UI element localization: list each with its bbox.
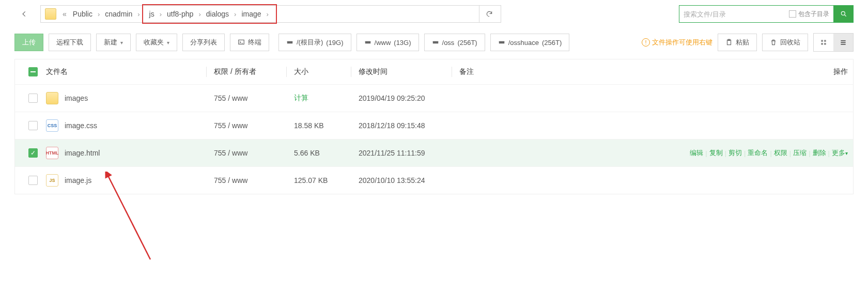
file-perm: 755 / www [214, 94, 286, 102]
svg-rect-14 [841, 44, 845, 45]
storage-tab-osshuace[interactable]: /osshuace (256T) [490, 34, 570, 51]
grid-icon [820, 39, 827, 46]
action-copy[interactable]: 复制 [709, 148, 723, 158]
address-bar[interactable]: « Public › cnadmin › js › utf8-php › dia… [40, 5, 501, 23]
action-delete[interactable]: 删除 [813, 148, 826, 158]
paste-label: 粘贴 [736, 38, 749, 47]
recycle-bin-button[interactable]: 回收站 [762, 34, 808, 51]
select-all-checkbox[interactable] [28, 67, 38, 76]
hint-text: 文件操作可使用右键 [652, 38, 712, 47]
breadcrumb-item[interactable]: js [146, 6, 158, 22]
row-actions: 编辑| 复制| 剪切| 重命名| 权限| 压缩| 删除| 更多▾ [662, 148, 848, 158]
col-note[interactable]: 备注 [459, 67, 662, 76]
action-rename[interactable]: 重命名 [748, 148, 768, 158]
svg-rect-12 [841, 40, 845, 41]
chevron-down-icon: ▾ [845, 150, 848, 156]
terminal-icon [238, 39, 245, 46]
breadcrumb-root-icon[interactable]: « [59, 10, 70, 18]
include-subdir-checkbox[interactable]: 包含子目录 [789, 10, 829, 19]
table-row[interactable]: CSS image.css 755 / www 18.58 KB 2018/12… [15, 112, 853, 139]
breadcrumb: « Public › cnadmin › js › utf8-php › dia… [59, 5, 479, 23]
chevron-right-icon: › [135, 10, 142, 18]
svg-rect-1 [239, 40, 244, 44]
col-time[interactable]: 修改时间 [359, 67, 452, 76]
file-time: 2020/10/10 13:55:24 [359, 176, 452, 184]
breadcrumb-item[interactable]: utf8-php [164, 6, 196, 22]
storage-size: (19G) [326, 39, 343, 47]
file-size: 5.66 KB [294, 149, 351, 157]
css-file-icon: CSS [46, 119, 58, 132]
row-checkbox[interactable] [28, 94, 38, 103]
breadcrumb-item[interactable]: cnadmin [102, 6, 135, 22]
row-checkbox[interactable]: ✓ [28, 148, 38, 158]
new-button[interactable]: 新建▾ [96, 34, 131, 51]
recycle-label: 回收站 [780, 38, 800, 47]
disk-icon [286, 39, 293, 46]
file-name[interactable]: images [65, 94, 88, 102]
svg-rect-2 [287, 41, 293, 44]
table-row[interactable]: images 755 / www 计算 2019/04/19 09:25:20 [15, 84, 853, 112]
storage-label: /osshuace [508, 39, 539, 47]
col-name[interactable]: 文件名 [46, 67, 206, 76]
col-perm[interactable]: 权限 / 所有者 [214, 67, 286, 76]
breadcrumb-item[interactable]: image [238, 6, 264, 22]
table-row[interactable]: ✓ HTML image.html 755 / www 5.66 KB 2021… [15, 139, 853, 166]
right-click-hint: ! 文件操作可使用右键 [642, 38, 712, 47]
upload-label: 上传 [22, 38, 36, 47]
svg-rect-11 [824, 43, 826, 45]
file-size: 18.58 KB [294, 121, 351, 130]
storage-tab-www[interactable]: /www (13G) [357, 34, 419, 51]
action-more[interactable]: 更多▾ [832, 148, 848, 158]
paste-button[interactable]: 粘贴 [718, 34, 757, 51]
view-mode-toggle [813, 33, 854, 52]
storage-label: /(根目录) [297, 38, 323, 47]
table-row[interactable]: JS image.js 755 / www 125.07 KB 2020/10/… [15, 166, 853, 194]
disk-icon [432, 39, 439, 46]
search-button[interactable] [834, 5, 854, 23]
list-view-button[interactable] [833, 34, 853, 51]
breadcrumb-item[interactable]: Public [70, 6, 96, 22]
share-list-button[interactable]: 分享列表 [182, 34, 225, 51]
action-cut[interactable]: 剪切 [729, 148, 742, 158]
storage-tab-oss[interactable]: /oss (256T) [424, 34, 485, 51]
action-edit[interactable]: 编辑 [690, 148, 703, 158]
refresh-button[interactable] [479, 5, 499, 23]
chevron-down-icon: ▾ [120, 40, 123, 45]
file-name[interactable]: image.html [65, 149, 100, 157]
storage-label: /oss [442, 39, 455, 47]
storage-tab-root[interactable]: /(根目录) (19G) [278, 34, 351, 51]
chevron-right-icon: › [196, 10, 203, 18]
favorites-button[interactable]: 收藏夹▾ [136, 34, 177, 51]
terminal-button[interactable]: 终端 [230, 34, 269, 51]
search-box[interactable]: 包含子目录 [679, 5, 834, 23]
file-perm: 755 / www [214, 121, 286, 130]
list-icon [840, 39, 847, 46]
calc-size-button[interactable]: 计算 [294, 94, 308, 102]
clipboard-icon [725, 39, 733, 46]
action-perm[interactable]: 权限 [774, 148, 787, 158]
breadcrumb-item[interactable]: dialogs [203, 6, 232, 22]
arrow-left-icon [21, 10, 28, 18]
chevron-down-icon: ▾ [167, 40, 169, 45]
search-input[interactable] [684, 10, 789, 18]
remote-download-button[interactable]: 远程下载 [49, 34, 91, 51]
file-size: 125.07 KB [294, 176, 351, 184]
back-button[interactable] [14, 5, 34, 23]
new-label: 新建 [104, 38, 117, 47]
col-size[interactable]: 大小 [294, 67, 351, 76]
grid-view-button[interactable] [814, 34, 833, 51]
info-icon: ! [642, 38, 650, 47]
storage-size: (256T) [542, 39, 562, 47]
search-icon [840, 10, 847, 18]
file-perm: 755 / www [214, 149, 286, 157]
row-checkbox[interactable] [28, 176, 38, 185]
file-name[interactable]: image.css [65, 121, 97, 130]
svg-rect-9 [824, 40, 826, 42]
upload-button[interactable]: 上传 [14, 34, 43, 51]
row-checkbox[interactable] [28, 121, 38, 130]
action-zip[interactable]: 压缩 [793, 148, 807, 158]
include-subdir-label: 包含子目录 [798, 10, 829, 19]
table-header: 文件名 权限 / 所有者 大小 修改时间 备注 操作 [15, 59, 853, 84]
chevron-right-icon: › [158, 10, 164, 18]
file-name[interactable]: image.js [65, 176, 91, 184]
